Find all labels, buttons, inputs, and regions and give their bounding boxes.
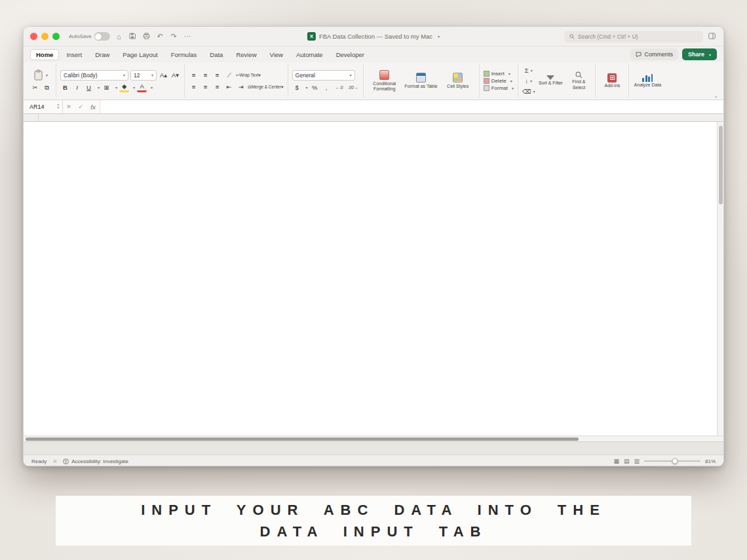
search-input[interactable]: Search (Cmd + Ctrl + U)	[564, 31, 703, 43]
format-cells-button[interactable]: Format▾	[484, 85, 514, 91]
save-icon[interactable]	[128, 33, 138, 41]
underline-chevron-icon[interactable]: ▾	[98, 85, 100, 90]
font-name-select[interactable]: Calibri (Body)▾	[60, 70, 128, 81]
comments-button[interactable]: Comments	[630, 48, 678, 60]
sort-filter-button[interactable]: Sort & Filter	[538, 75, 563, 86]
zoom-slider-knob[interactable]	[672, 458, 678, 464]
select-all-corner[interactable]	[24, 114, 39, 121]
align-middle-button[interactable]: ≡	[201, 70, 210, 80]
ribbon-tab-draw[interactable]: Draw	[89, 49, 115, 60]
align-top-button[interactable]: ≡	[189, 70, 199, 80]
font-color-button[interactable]: A	[137, 83, 147, 92]
increase-decimal-button[interactable]: ←.0	[334, 83, 345, 92]
underline-button[interactable]: U	[84, 83, 94, 92]
decrease-indent-button[interactable]: ⇤	[224, 82, 234, 92]
bold-button[interactable]: B	[60, 83, 70, 92]
borders-chevron-icon[interactable]: ▾	[115, 85, 117, 90]
cancel-entry-icon[interactable]: ✕	[63, 103, 75, 110]
close-window-button[interactable]	[30, 33, 37, 40]
formula-input[interactable]	[100, 100, 723, 113]
align-right-button[interactable]: ≡	[212, 82, 222, 92]
ribbon-tabs: HomeInsertDrawPage LayoutFormulasDataRev…	[30, 49, 370, 60]
find-select-button[interactable]: Find & Select	[566, 71, 591, 90]
addins-icon: ⊞	[607, 73, 617, 83]
percent-button[interactable]: %	[310, 83, 320, 92]
align-center-button[interactable]: ≡	[201, 82, 210, 92]
vertical-scrollbar-thumb[interactable]	[719, 126, 723, 204]
zoom-slider[interactable]	[644, 460, 700, 462]
title-chevron-icon[interactable]: ▾	[438, 34, 440, 39]
grid-area	[24, 122, 723, 436]
ribbon-tab-insert[interactable]: Insert	[60, 49, 88, 60]
ribbon-tab-formulas[interactable]: Formulas	[165, 49, 203, 60]
name-box[interactable]: AR14 ▲▼	[24, 100, 63, 113]
format-as-table-button[interactable]: Format as Table	[404, 73, 438, 89]
grow-font-button[interactable]: A▴	[159, 70, 168, 80]
align-bottom-button[interactable]: ≡	[212, 70, 222, 80]
number-format-select[interactable]: General▾	[292, 70, 355, 81]
accessibility-status[interactable]: Accessibility: Investigate	[71, 458, 128, 464]
insert-function-icon[interactable]: fx	[86, 103, 100, 111]
autosum-button[interactable]: Σ▾	[522, 65, 535, 75]
font-size-select[interactable]: 12▾	[130, 70, 157, 81]
cut-icon[interactable]: ✂	[30, 83, 40, 92]
accessibility-icon	[63, 458, 69, 464]
orientation-button[interactable]: ⟋	[224, 70, 234, 80]
vertical-scrollbar[interactable]	[717, 122, 723, 436]
delete-cells-button[interactable]: Delete▾	[484, 78, 514, 84]
ribbon-tab-page-layout[interactable]: Page Layout	[117, 49, 163, 60]
addins-button[interactable]: ⊞ Add-ins	[600, 73, 624, 88]
analyze-group: Analyze Data	[629, 64, 666, 98]
clear-button[interactable]: ⌫▾	[522, 86, 535, 96]
ribbon-tab-data[interactable]: Data	[204, 49, 229, 60]
fullscreen-window-button[interactable]	[52, 33, 60, 40]
increase-indent-button[interactable]: ⇥	[236, 82, 246, 92]
normal-view-icon[interactable]: ▦	[613, 458, 619, 464]
italic-button[interactable]: I	[72, 83, 82, 92]
paste-button[interactable]: ▾	[30, 69, 52, 81]
comma-style-button[interactable]: ,	[322, 83, 332, 92]
merge-center-button[interactable]: ⊟ Merge & Center ▾	[248, 82, 284, 92]
fill-color-chevron-icon[interactable]: ▾	[133, 85, 135, 90]
ribbon-tab-review[interactable]: Review	[230, 49, 262, 60]
decrease-decimal-button[interactable]: .00→	[347, 83, 359, 92]
ribbon-tab-home[interactable]: Home	[30, 49, 59, 60]
borders-button[interactable]: ⊞	[102, 83, 111, 92]
fill-color-button[interactable]: ◆	[119, 83, 129, 92]
name-box-stepper-icon[interactable]: ▲▼	[57, 103, 60, 110]
insert-cells-button[interactable]: Insert▾	[484, 71, 514, 77]
ribbon-tab-view[interactable]: View	[264, 49, 289, 60]
page-layout-view-icon[interactable]: ▤	[624, 458, 630, 464]
horizontal-scrollbar-thumb[interactable]	[26, 438, 579, 441]
undo-icon[interactable]: ↶	[155, 32, 165, 41]
currency-chevron-icon[interactable]: ▾	[306, 85, 308, 90]
autosave-control[interactable]: AutoSave	[69, 32, 110, 41]
ribbon-collapse-chevron-icon[interactable]: ⌄	[714, 93, 718, 99]
analyze-data-button[interactable]: Analyze Data	[633, 73, 662, 88]
share-button[interactable]: Share ▾	[682, 48, 717, 60]
horizontal-scrollbar[interactable]	[24, 436, 723, 441]
wrap-text-button[interactable]: ↩ Wrap Text ▾	[236, 70, 261, 80]
shrink-font-button[interactable]: A▾	[170, 70, 180, 80]
cell-styles-button[interactable]: Cell Styles	[441, 73, 475, 89]
print-icon[interactable]	[142, 33, 151, 41]
currency-button[interactable]: $	[292, 83, 302, 92]
ready-status: Ready	[31, 458, 47, 464]
zoom-level[interactable]: 81%	[705, 458, 716, 464]
autosave-toggle[interactable]	[94, 32, 110, 41]
insert-icon	[484, 71, 489, 77]
align-left-button[interactable]: ≡	[189, 82, 199, 92]
more-toolbar-icon[interactable]: ⋯	[183, 32, 193, 41]
confirm-entry-icon[interactable]: ✓	[75, 103, 86, 110]
conditional-formatting-button[interactable]: Conditional Formatting	[368, 70, 402, 92]
share-sidebar-icon[interactable]	[707, 33, 717, 41]
page-break-view-icon[interactable]: ▥	[634, 458, 640, 464]
home-icon[interactable]: ⌂	[114, 33, 124, 41]
minimize-window-button[interactable]	[41, 33, 48, 40]
ribbon-tab-developer[interactable]: Developer	[330, 49, 370, 60]
font-color-chevron-icon[interactable]: ▾	[151, 85, 153, 90]
redo-icon[interactable]: ↷	[169, 32, 179, 41]
fill-button[interactable]: ↓▾	[522, 76, 535, 86]
copy-icon[interactable]: ⧉	[42, 83, 52, 92]
ribbon-tab-automate[interactable]: Automate	[290, 49, 329, 60]
